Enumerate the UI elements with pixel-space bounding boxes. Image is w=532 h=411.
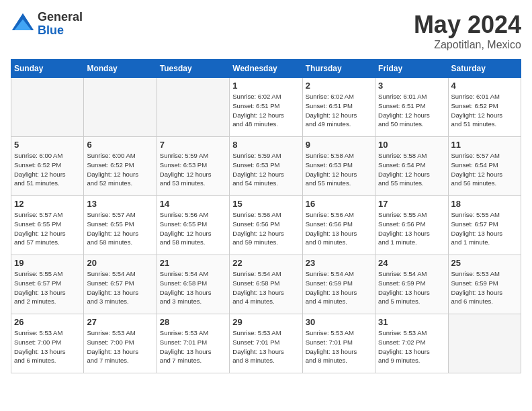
calendar-cell: 21Sunrise: 5:54 AM Sunset: 6:58 PM Dayli… (157, 255, 229, 314)
day-detail: Sunrise: 5:53 AM Sunset: 7:00 PM Dayligh… (87, 328, 153, 365)
day-detail: Sunrise: 6:02 AM Sunset: 6:51 PM Dayligh… (232, 92, 299, 129)
day-number: 30 (306, 317, 372, 327)
day-detail: Sunrise: 5:53 AM Sunset: 7:02 PM Dayligh… (378, 328, 445, 365)
day-detail: Sunrise: 5:59 AM Sunset: 6:53 PM Dayligh… (232, 151, 299, 188)
day-number: 23 (306, 258, 372, 268)
day-number: 7 (160, 140, 226, 150)
day-detail: Sunrise: 6:00 AM Sunset: 6:52 PM Dayligh… (14, 151, 81, 188)
day-number: 6 (87, 140, 153, 150)
day-number: 5 (14, 140, 81, 150)
day-number: 17 (378, 199, 445, 209)
calendar-cell: 25Sunrise: 5:53 AM Sunset: 6:59 PM Dayli… (448, 255, 521, 314)
calendar-cell: 8Sunrise: 5:59 AM Sunset: 6:53 PM Daylig… (230, 137, 302, 196)
day-number: 3 (378, 81, 445, 91)
day-number: 12 (14, 199, 81, 209)
title-location: Zapotitlan, Mexico (414, 39, 521, 51)
day-detail: Sunrise: 5:58 AM Sunset: 6:53 PM Dayligh… (306, 151, 372, 188)
calendar-cell: 4Sunrise: 6:01 AM Sunset: 6:52 PM Daylig… (448, 78, 521, 137)
calendar-cell: 2Sunrise: 6:02 AM Sunset: 6:51 PM Daylig… (302, 78, 375, 137)
calendar-cell: 28Sunrise: 5:53 AM Sunset: 7:01 PM Dayli… (157, 314, 229, 373)
day-number: 8 (232, 140, 299, 150)
day-number: 20 (87, 258, 153, 268)
day-detail: Sunrise: 5:54 AM Sunset: 6:59 PM Dayligh… (378, 269, 445, 306)
calendar-cell: 13Sunrise: 5:57 AM Sunset: 6:55 PM Dayli… (84, 196, 157, 255)
day-detail: Sunrise: 5:53 AM Sunset: 6:59 PM Dayligh… (451, 269, 518, 306)
day-number: 13 (87, 199, 153, 209)
calendar-cell: 26Sunrise: 5:53 AM Sunset: 7:00 PM Dayli… (11, 314, 84, 373)
day-detail: Sunrise: 5:56 AM Sunset: 6:55 PM Dayligh… (160, 210, 226, 247)
day-number: 25 (451, 258, 518, 268)
day-number: 28 (160, 317, 226, 327)
calendar-cell: 10Sunrise: 5:58 AM Sunset: 6:54 PM Dayli… (375, 137, 448, 196)
day-detail: Sunrise: 5:53 AM Sunset: 7:01 PM Dayligh… (232, 328, 299, 365)
day-number: 10 (378, 140, 445, 150)
day-number: 27 (87, 317, 153, 327)
day-detail: Sunrise: 5:54 AM Sunset: 6:58 PM Dayligh… (232, 269, 299, 306)
calendar-week-2: 5Sunrise: 6:00 AM Sunset: 6:52 PM Daylig… (11, 137, 521, 196)
calendar-cell: 27Sunrise: 5:53 AM Sunset: 7:00 PM Dayli… (84, 314, 157, 373)
header-tuesday: Tuesday (157, 60, 229, 78)
header-sunday: Sunday (11, 60, 84, 78)
day-detail: Sunrise: 5:53 AM Sunset: 7:01 PM Dayligh… (306, 328, 372, 365)
logo-icon (11, 12, 35, 36)
calendar-cell (84, 78, 157, 137)
calendar-cell: 30Sunrise: 5:53 AM Sunset: 7:01 PM Dayli… (302, 314, 375, 373)
day-detail: Sunrise: 6:00 AM Sunset: 6:52 PM Dayligh… (87, 151, 153, 188)
day-number: 21 (160, 258, 226, 268)
day-detail: Sunrise: 5:57 AM Sunset: 6:55 PM Dayligh… (14, 210, 81, 247)
calendar-cell: 5Sunrise: 6:00 AM Sunset: 6:52 PM Daylig… (11, 137, 84, 196)
header-saturday: Saturday (448, 60, 521, 78)
calendar-week-4: 19Sunrise: 5:55 AM Sunset: 6:57 PM Dayli… (11, 255, 521, 314)
day-detail: Sunrise: 5:58 AM Sunset: 6:54 PM Dayligh… (378, 151, 445, 188)
day-number: 2 (306, 81, 372, 91)
header: General Blue May 2024 Zapotitlan, Mexico (11, 11, 521, 51)
day-detail: Sunrise: 6:01 AM Sunset: 6:52 PM Dayligh… (451, 92, 518, 129)
day-number: 24 (378, 258, 445, 268)
calendar-cell: 11Sunrise: 5:57 AM Sunset: 6:54 PM Dayli… (448, 137, 521, 196)
calendar-cell: 3Sunrise: 6:01 AM Sunset: 6:51 PM Daylig… (375, 78, 448, 137)
day-detail: Sunrise: 5:56 AM Sunset: 6:56 PM Dayligh… (306, 210, 372, 247)
title-month: May 2024 (414, 11, 521, 39)
day-number: 29 (232, 317, 299, 327)
day-number: 1 (232, 81, 299, 91)
day-number: 26 (14, 317, 81, 327)
day-detail: Sunrise: 5:54 AM Sunset: 6:59 PM Dayligh… (306, 269, 372, 306)
day-number: 22 (232, 258, 299, 268)
day-detail: Sunrise: 5:54 AM Sunset: 6:57 PM Dayligh… (87, 269, 153, 306)
calendar-cell: 22Sunrise: 5:54 AM Sunset: 6:58 PM Dayli… (230, 255, 302, 314)
day-detail: Sunrise: 5:54 AM Sunset: 6:58 PM Dayligh… (160, 269, 226, 306)
logo-general: General (38, 11, 83, 24)
calendar-cell: 20Sunrise: 5:54 AM Sunset: 6:57 PM Dayli… (84, 255, 157, 314)
day-number: 9 (306, 140, 372, 150)
day-detail: Sunrise: 5:53 AM Sunset: 7:01 PM Dayligh… (160, 328, 226, 365)
day-detail: Sunrise: 5:57 AM Sunset: 6:55 PM Dayligh… (87, 210, 153, 247)
calendar-cell (157, 78, 229, 137)
day-number: 14 (160, 199, 226, 209)
calendar-cell: 6Sunrise: 6:00 AM Sunset: 6:52 PM Daylig… (84, 137, 157, 196)
header-thursday: Thursday (302, 60, 375, 78)
calendar-cell: 18Sunrise: 5:55 AM Sunset: 6:57 PM Dayli… (448, 196, 521, 255)
day-detail: Sunrise: 5:55 AM Sunset: 6:56 PM Dayligh… (378, 210, 445, 247)
calendar-cell: 14Sunrise: 5:56 AM Sunset: 6:55 PM Dayli… (157, 196, 229, 255)
day-detail: Sunrise: 6:02 AM Sunset: 6:51 PM Dayligh… (306, 92, 372, 129)
day-number: 4 (451, 81, 518, 91)
day-detail: Sunrise: 5:53 AM Sunset: 7:00 PM Dayligh… (14, 328, 81, 365)
calendar-cell: 24Sunrise: 5:54 AM Sunset: 6:59 PM Dayli… (375, 255, 448, 314)
day-number: 19 (14, 258, 81, 268)
calendar-week-1: 1Sunrise: 6:02 AM Sunset: 6:51 PM Daylig… (11, 78, 521, 137)
day-detail: Sunrise: 5:55 AM Sunset: 6:57 PM Dayligh… (14, 269, 81, 306)
logo-blue: Blue (38, 24, 83, 38)
calendar-cell: 29Sunrise: 5:53 AM Sunset: 7:01 PM Dayli… (230, 314, 302, 373)
calendar-cell: 12Sunrise: 5:57 AM Sunset: 6:55 PM Dayli… (11, 196, 84, 255)
day-number: 31 (378, 317, 445, 327)
calendar-cell: 16Sunrise: 5:56 AM Sunset: 6:56 PM Dayli… (302, 196, 375, 255)
calendar-cell: 19Sunrise: 5:55 AM Sunset: 6:57 PM Dayli… (11, 255, 84, 314)
calendar-week-3: 12Sunrise: 5:57 AM Sunset: 6:55 PM Dayli… (11, 196, 521, 255)
day-detail: Sunrise: 5:59 AM Sunset: 6:53 PM Dayligh… (160, 151, 226, 188)
header-wednesday: Wednesday (230, 60, 302, 78)
day-detail: Sunrise: 5:57 AM Sunset: 6:54 PM Dayligh… (451, 151, 518, 188)
day-number: 11 (451, 140, 518, 150)
calendar-table: SundayMondayTuesdayWednesdayThursdayFrid… (11, 59, 521, 373)
header-friday: Friday (375, 60, 448, 78)
calendar-cell: 7Sunrise: 5:59 AM Sunset: 6:53 PM Daylig… (157, 137, 229, 196)
